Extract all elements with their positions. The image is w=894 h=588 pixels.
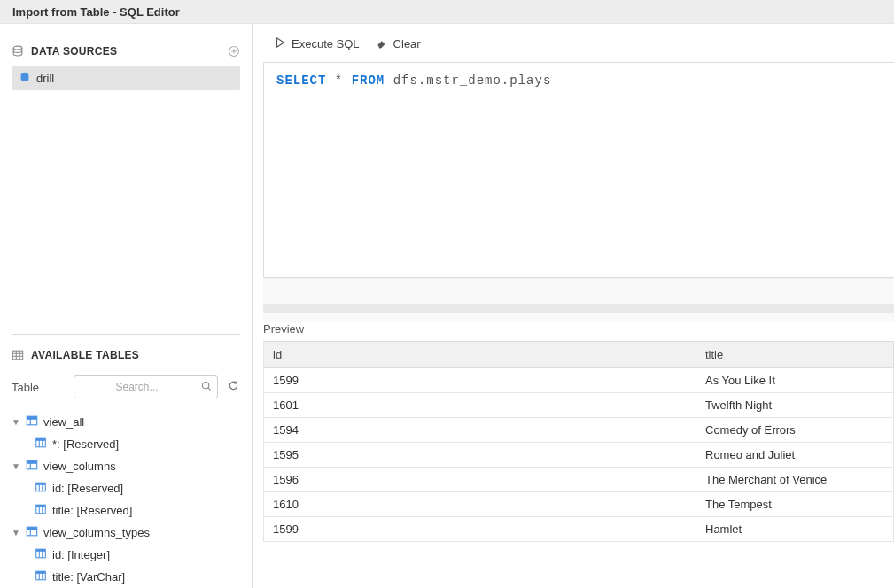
- tree-leaf[interactable]: *: [Reserved]: [12, 433, 240, 455]
- table-icon: [26, 414, 38, 429]
- tree-node-view-all[interactable]: ▼ view_all: [12, 411, 240, 433]
- table-cell: Hamlet: [696, 517, 894, 542]
- svg-point-0: [13, 46, 22, 50]
- tree-leaf[interactable]: title: [Reserved]: [12, 499, 240, 522]
- tree-leaf[interactable]: title: [VarChar]: [12, 566, 240, 588]
- preview-table: id title 1599As You Like It1601Twelfth N…: [263, 341, 894, 542]
- tables-search-row: Table: [12, 375, 240, 398]
- table-row[interactable]: 1599As You Like It: [264, 368, 894, 393]
- search-input[interactable]: [74, 375, 218, 398]
- data-source-list: drill: [12, 66, 240, 90]
- tree-label: view_columns: [43, 460, 116, 473]
- tree-label: view_all: [43, 415, 84, 429]
- svg-rect-20: [36, 571, 46, 574]
- toolbar: Execute SQL Clear: [253, 24, 894, 58]
- column-header-title[interactable]: title: [696, 342, 894, 368]
- tree-leaf[interactable]: id: [Integer]: [12, 544, 240, 566]
- table-cell: Twelfth Night: [696, 393, 894, 418]
- column-icon: [35, 437, 47, 452]
- add-data-source-button[interactable]: [228, 45, 240, 58]
- tree-label: id: [Reserved]: [52, 482, 123, 495]
- table-grid-icon: [12, 349, 24, 361]
- table-row[interactable]: 1594Comedy of Errors: [264, 418, 894, 443]
- svg-rect-14: [36, 505, 46, 507]
- execute-label: Execute SQL: [292, 37, 360, 50]
- column-icon: [35, 547, 47, 562]
- clear-label: Clear: [393, 37, 421, 50]
- table-row[interactable]: 1599Hamlet: [264, 517, 894, 542]
- table-cell: Comedy of Errors: [696, 418, 894, 443]
- available-tables-heading: AVAILABLE TABLES: [31, 349, 139, 361]
- tree-label: view_columns_types: [43, 526, 150, 539]
- sql-table-ref: dfs.mstr_demo.plays: [393, 74, 552, 88]
- column-icon: [35, 503, 47, 518]
- table-row[interactable]: 1595Romeo and Juliet: [264, 443, 894, 468]
- table-header-row: id title: [264, 342, 894, 368]
- svg-rect-6: [27, 416, 36, 419]
- tree-label: title: [VarChar]: [52, 570, 125, 584]
- database-icon: [19, 71, 31, 86]
- spacer: [12, 90, 240, 325]
- chevron-down-icon: ▼: [12, 528, 20, 538]
- column-icon: [35, 569, 47, 584]
- table-cell: 1601: [264, 393, 696, 418]
- splitter[interactable]: [263, 278, 894, 322]
- table-row[interactable]: 1601Twelfth Night: [264, 393, 894, 418]
- database-icon: [12, 45, 24, 58]
- clear-button[interactable]: Clear: [376, 36, 421, 51]
- tree-label: title: [Reserved]: [52, 504, 132, 517]
- svg-rect-18: [36, 549, 46, 552]
- sql-keyword-select: SELECT: [276, 74, 326, 88]
- data-sources-heading: DATA SOURCES: [31, 45, 117, 58]
- execute-sql-button[interactable]: Execute SQL: [274, 36, 360, 51]
- table-cell: As You Like It: [696, 368, 894, 393]
- right-panel: Execute SQL Clear SELECT * FROM dfs.mstr…: [253, 24, 894, 588]
- column-icon: [35, 481, 47, 496]
- svg-rect-16: [27, 527, 36, 530]
- sql-editor[interactable]: SELECT * FROM dfs.mstr_demo.plays: [263, 62, 894, 278]
- tables-tree: ▼ view_all *: [Reserved] ▼ view_columns …: [12, 411, 240, 588]
- data-source-item-drill[interactable]: drill: [12, 66, 240, 90]
- table-icon: [26, 459, 38, 474]
- window-title-bar: Import from Table - SQL Editor: [0, 0, 894, 24]
- svg-rect-10: [27, 460, 36, 463]
- svg-rect-12: [36, 483, 46, 485]
- play-icon: [274, 36, 286, 51]
- data-source-label: drill: [36, 72, 54, 85]
- table-cell: The Tempest: [696, 492, 894, 517]
- available-tables-header: AVAILABLE TABLES: [12, 337, 240, 368]
- table-row[interactable]: 1596The Merchant of Venice: [264, 468, 894, 492]
- tree-label: id: [Integer]: [52, 548, 110, 561]
- tree-node-view-columns-types[interactable]: ▼ view_columns_types: [12, 522, 240, 544]
- table-cell: 1599: [264, 517, 696, 542]
- eraser-icon: [376, 36, 388, 51]
- table-cell: 1594: [264, 418, 696, 443]
- table-cell: 1596: [264, 468, 696, 492]
- table-search-box: [74, 375, 218, 398]
- chevron-down-icon: ▼: [12, 417, 20, 427]
- tree-node-view-columns[interactable]: ▼ view_columns: [12, 455, 240, 477]
- table-cell: 1599: [264, 368, 696, 393]
- table-search-label: Table: [12, 381, 65, 394]
- refresh-button[interactable]: [227, 379, 240, 395]
- tree-leaf[interactable]: id: [Reserved]: [12, 477, 240, 499]
- main-layout: DATA SOURCES drill AVAILABLE TABLES: [0, 24, 894, 588]
- svg-rect-3: [12, 351, 22, 360]
- table-cell: 1595: [264, 443, 696, 468]
- data-sources-header: DATA SOURCES: [12, 33, 240, 65]
- table-row[interactable]: 1610The Tempest: [264, 492, 894, 517]
- left-panel: DATA SOURCES drill AVAILABLE TABLES: [0, 24, 253, 588]
- sql-keyword-from: FROM: [352, 74, 385, 88]
- table-cell: Romeo and Juliet: [696, 443, 894, 468]
- chevron-down-icon: ▼: [12, 461, 20, 471]
- svg-rect-8: [36, 438, 46, 441]
- tree-label: *: [Reserved]: [52, 437, 119, 451]
- table-icon: [26, 525, 38, 540]
- sql-star: *: [335, 74, 343, 88]
- table-cell: The Merchant of Venice: [696, 468, 894, 492]
- table-cell: 1610: [264, 492, 696, 517]
- column-header-id[interactable]: id: [264, 342, 696, 368]
- available-tables-section: AVAILABLE TABLES Table ▼ view: [12, 334, 240, 588]
- window-title: Import from Table - SQL Editor: [12, 5, 180, 19]
- preview-label: Preview: [253, 322, 894, 341]
